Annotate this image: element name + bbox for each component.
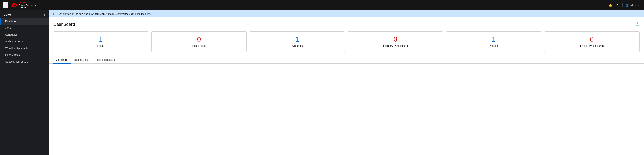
banner-text: A tech preview of the new Ansible Automa…: [56, 12, 151, 15]
sidebar-section-header[interactable]: Views ▾: [0, 10, 49, 18]
sidebar-item-activity-stream[interactable]: Activity Stream: [0, 38, 49, 45]
tabs-row: Job status Recent Jobs Recent Templates: [49, 56, 644, 64]
stat-label-inventories: Inventories: [291, 44, 304, 47]
stat-value-inventories: 1: [295, 36, 299, 43]
history-icon[interactable]: 🕐: [636, 22, 640, 26]
navbar-right: 🔔 ? ▾ 👤 admin ▾: [607, 2, 641, 8]
sidebar-item-label: Jobs: [5, 26, 11, 29]
sidebar-section-label: Views: [4, 13, 11, 16]
sidebar-item-label: Workflow Approvals: [5, 47, 28, 50]
tab-recent-templates[interactable]: Recent Templates: [92, 56, 118, 64]
content-area: ℹ A tech preview of the new Ansible Auto…: [49, 10, 644, 155]
sidebar-item-jobs[interactable]: Jobs: [0, 25, 49, 31]
stat-value-project-sync-failures: 0: [590, 36, 594, 43]
sidebar-item-label: Subscription Usage: [5, 60, 28, 63]
stat-card-project-sync-failures[interactable]: 0 Project sync failures: [544, 31, 640, 52]
stats-row: 1 Hosts 0 Failed hosts 1 Inventories 0 I…: [53, 31, 640, 52]
stat-value-hosts: 1: [99, 36, 102, 43]
stat-label-project-sync-failures: Project sync failures: [580, 44, 604, 47]
tab-recent-jobs[interactable]: Recent Jobs: [71, 56, 92, 64]
stat-card-failed-hosts[interactable]: 0 Failed hosts: [151, 31, 246, 52]
hamburger-button[interactable]: ☰: [3, 2, 8, 8]
brand-text: Red Hat Ansible Automation Platform: [19, 1, 36, 9]
nav-divider: [622, 3, 623, 7]
sidebar-item-schedules[interactable]: Schedules: [0, 31, 49, 38]
info-icon: ℹ: [53, 12, 54, 15]
banner-link[interactable]: here: [145, 12, 150, 15]
sidebar-section-caret-icon: ▾: [44, 13, 45, 16]
main-layout: Views ▾ Dashboard Jobs Schedules Activit…: [0, 10, 644, 155]
brand: Red Hat Ansible Automation Platform: [11, 1, 36, 9]
stat-value-failed-hosts: 0: [197, 36, 201, 43]
sidebar-item-label: Schedules: [5, 33, 18, 36]
sidebar: Views ▾ Dashboard Jobs Schedules Activit…: [0, 10, 49, 155]
sidebar-item-label: Host Metrics: [5, 53, 20, 56]
dashboard-content: Dashboard 🕐 1 Hosts 0 Failed hosts 1 Inv…: [49, 17, 644, 155]
navbar: ☰ Red Hat Ansible Automation Platform 🔔 …: [0, 0, 644, 10]
notification-button[interactable]: 🔔: [607, 2, 614, 8]
user-icon: 👤: [626, 4, 629, 7]
stat-label-projects: Projects: [489, 44, 498, 47]
stat-card-inventory-sync-failures[interactable]: 0 Inventory sync failures: [348, 31, 443, 52]
redhat-logo-icon: [11, 2, 17, 8]
stat-card-hosts[interactable]: 1 Hosts: [53, 31, 148, 52]
user-caret-icon: ▾: [638, 4, 640, 7]
brand-line1: Red Hat: [19, 1, 36, 4]
brand-line3: Platform: [19, 6, 36, 9]
brand-logo: [11, 2, 17, 8]
brand-line2: Ansible Automation: [19, 4, 36, 6]
stat-label-inventory-sync-failures: Inventory sync failures: [382, 44, 408, 47]
dashboard-title: Dashboard: [53, 22, 75, 27]
sidebar-item-label: Activity Stream: [5, 40, 23, 43]
help-button[interactable]: ? ▾: [615, 2, 621, 8]
stat-value-projects: 1: [492, 36, 496, 43]
dashboard-header: Dashboard 🕐: [53, 22, 640, 27]
user-menu-button[interactable]: 👤 admin ▾: [624, 2, 641, 8]
username-label: admin: [630, 4, 637, 7]
sidebar-item-subscription-usage[interactable]: Subscription Usage: [0, 58, 49, 65]
stat-value-inventory-sync-failures: 0: [394, 36, 397, 43]
sidebar-item-workflow-approvals[interactable]: Workflow Approvals: [0, 45, 49, 52]
sidebar-item-host-metrics[interactable]: Host Metrics: [0, 52, 49, 58]
notification-icon: 🔔: [609, 3, 612, 7]
tab-job-status[interactable]: Job status: [53, 56, 71, 64]
stat-label-failed-hosts: Failed hosts: [192, 44, 206, 47]
info-banner: ℹ A tech preview of the new Ansible Auto…: [49, 10, 644, 17]
navbar-left: ☰ Red Hat Ansible Automation Platform: [3, 1, 36, 9]
help-icon: ?: [616, 3, 618, 7]
stat-card-inventories[interactable]: 1 Inventories: [250, 31, 345, 52]
help-caret-icon: ▾: [618, 4, 620, 6]
stat-label-hosts: Hosts: [98, 44, 104, 47]
sidebar-item-label: Dashboard: [5, 20, 18, 23]
sidebar-item-dashboard[interactable]: Dashboard: [0, 18, 49, 25]
stat-card-projects[interactable]: 1 Projects: [446, 31, 541, 52]
